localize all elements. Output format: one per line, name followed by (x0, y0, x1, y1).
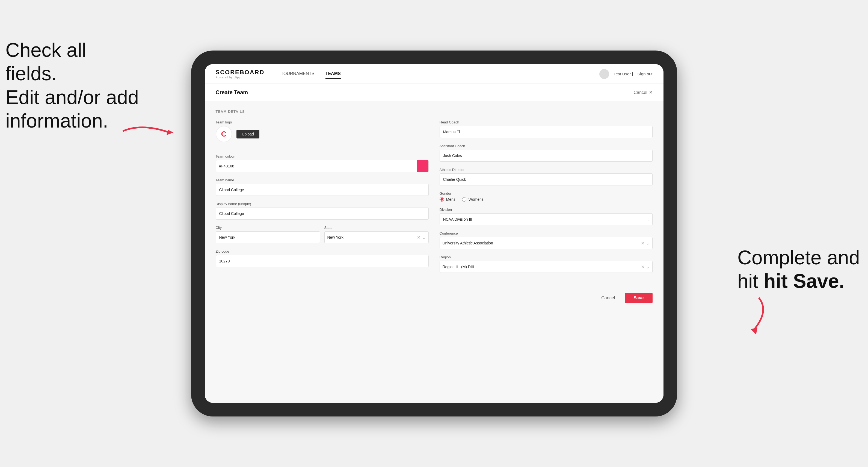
form-right: Head Coach Assistant Coach Athletic Dire… (440, 120, 653, 279)
zip-group: Zip code (216, 249, 429, 267)
user-avatar (599, 69, 609, 79)
nav-links: TOURNAMENTS TEAMS (281, 69, 599, 79)
display-name-label: Display name (unique) (216, 202, 429, 206)
logo-area: SCOREBOARD Powered by clippd (216, 69, 265, 79)
annotation-line3: information. (5, 110, 108, 132)
gender-label: Gender (440, 191, 653, 195)
athletic-director-label: Athletic Director (440, 168, 653, 172)
svg-marker-0 (166, 130, 174, 135)
head-coach-input[interactable] (440, 126, 653, 138)
city-input[interactable] (216, 231, 320, 243)
athletic-director-input[interactable] (440, 174, 653, 185)
arrow-right-icon (734, 295, 789, 339)
zip-label: Zip code (216, 249, 429, 253)
division-select-wrapper: NCAA Division III ⌄ (440, 213, 653, 225)
region-controls: ✕ ⌄ (641, 264, 650, 270)
state-select-row[interactable]: New York ✕ ⌄ (324, 231, 429, 243)
svg-marker-1 (751, 328, 757, 335)
gender-mens-radio[interactable] (440, 197, 444, 201)
region-value: Region II - (M) DIII (443, 264, 639, 269)
state-label: State (324, 225, 429, 230)
conference-chevron-icon: ⌄ (646, 241, 650, 246)
annotation-line2: Edit and/or add (5, 86, 139, 108)
team-name-input[interactable] (216, 184, 429, 196)
assistant-coach-label: Assistant Coach (440, 144, 653, 148)
logo-upload-area: C Upload (216, 126, 429, 142)
conference-value: University Athletic Association (443, 241, 639, 245)
state-chevron-icon: ⌄ (422, 235, 426, 240)
page-title: Create Team (216, 89, 248, 96)
gender-row: Mens Womens (440, 197, 653, 201)
team-name-group: Team name (216, 178, 429, 196)
team-colour-group: Team colour (216, 154, 429, 172)
annotation-right: Complete and hit hit Save. (738, 246, 860, 293)
color-input-row (216, 160, 429, 172)
city-group: City (216, 225, 320, 243)
form-container: TEAM DETAILS Team logo C Upload (205, 101, 663, 287)
team-logo-label: Team logo (216, 120, 429, 124)
division-select[interactable]: NCAA Division III (440, 213, 653, 225)
clear-conference-icon[interactable]: ✕ (641, 241, 644, 246)
region-chevron-icon: ⌄ (646, 264, 650, 270)
user-name: Test User | (614, 71, 633, 76)
zip-input[interactable] (216, 255, 429, 267)
form-grid: Team logo C Upload Team colour (216, 120, 653, 279)
app-logo: SCOREBOARD (216, 69, 265, 76)
upload-button[interactable]: Upload (237, 130, 259, 138)
colour-swatch[interactable] (417, 160, 429, 172)
gender-womens-option[interactable]: Womens (462, 197, 484, 201)
annotation-right-line2: hit Save. (764, 270, 844, 292)
conference-label: Conference (440, 231, 653, 236)
region-label: Region (440, 255, 653, 259)
state-group: State New York ✕ ⌄ (324, 225, 429, 243)
tablet-frame: SCOREBOARD Powered by clippd TOURNAMENTS… (191, 51, 677, 416)
arrow-left-icon (120, 118, 175, 145)
form-left: Team logo C Upload Team colour (216, 120, 429, 279)
display-name-group: Display name (unique) (216, 202, 429, 220)
gender-group: Gender Mens Womens (440, 191, 653, 201)
save-button[interactable]: Save (625, 293, 652, 303)
annotation-line1: Check all fields. (5, 39, 86, 84)
cancel-label: Cancel (634, 90, 647, 95)
assistant-coach-group: Assistant Coach (440, 144, 653, 162)
athletic-director-group: Athletic Director (440, 168, 653, 185)
team-logo-circle: C (216, 126, 232, 142)
conference-controls: ✕ ⌄ (641, 241, 650, 246)
division-group: Division NCAA Division III ⌄ (440, 208, 653, 225)
create-team-header: Create Team Cancel ✕ (205, 84, 663, 101)
city-state-row: City State New York ✕ ⌄ (216, 225, 429, 243)
cancel-close-button[interactable]: Cancel ✕ (634, 90, 653, 95)
gender-mens-option[interactable]: Mens (440, 197, 456, 201)
navbar: SCOREBOARD Powered by clippd TOURNAMENTS… (205, 64, 663, 84)
state-controls: ✕ ⌄ (417, 235, 426, 240)
gender-mens-label: Mens (446, 197, 456, 201)
main-content: Create Team Cancel ✕ TEAM DETAILS Team l… (205, 84, 663, 403)
head-coach-label: Head Coach (440, 120, 653, 124)
cancel-button[interactable]: Cancel (596, 293, 620, 303)
conference-group: Conference University Athletic Associati… (440, 231, 653, 249)
team-logo-group: Team logo C Upload (216, 120, 429, 148)
gender-womens-label: Womens (469, 197, 484, 201)
annotation-right-line1: Complete and (738, 247, 860, 269)
region-select-row[interactable]: Region II - (M) DIII ✕ ⌄ (440, 261, 653, 273)
nav-right: Test User | Sign out (599, 69, 652, 79)
section-label: TEAM DETAILS (216, 110, 653, 114)
nav-teams[interactable]: TEAMS (326, 69, 341, 79)
assistant-coach-input[interactable] (440, 150, 653, 162)
display-name-input[interactable] (216, 208, 429, 220)
clear-state-icon[interactable]: ✕ (417, 235, 421, 240)
team-colour-label: Team colour (216, 154, 429, 158)
state-value: New York (328, 235, 415, 240)
sign-out-link[interactable]: Sign out (637, 71, 652, 76)
region-group: Region Region II - (M) DIII ✕ ⌄ (440, 255, 653, 273)
colour-text-input[interactable] (216, 160, 417, 172)
team-name-label: Team name (216, 178, 429, 182)
division-label: Division (440, 208, 653, 212)
gender-womens-radio[interactable] (462, 197, 466, 201)
close-icon: ✕ (649, 90, 653, 95)
nav-tournaments[interactable]: TOURNAMENTS (281, 69, 314, 79)
team-logo-letter: C (221, 130, 226, 138)
conference-select-row[interactable]: University Athletic Association ✕ ⌄ (440, 237, 653, 249)
form-footer: Cancel Save (205, 287, 663, 309)
clear-region-icon[interactable]: ✕ (641, 264, 644, 270)
